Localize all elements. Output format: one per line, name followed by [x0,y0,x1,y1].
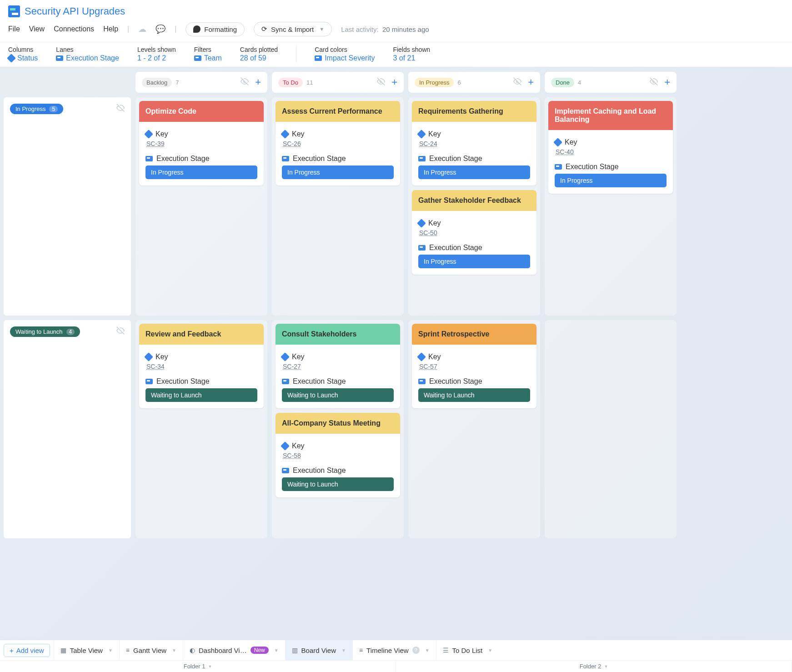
cloud-icon[interactable]: ☁ [138,24,146,34]
diamond-icon [417,130,426,139]
add-card-icon[interactable]: + [664,76,670,88]
diamond-icon [7,54,16,63]
eye-off-icon[interactable] [650,77,658,87]
card-title: Optimize Code [139,101,264,122]
view-tab[interactable]: ▦ Table View▼ [54,640,119,644]
column-body[interactable]: Review and Feedback Key SC-34 Execution … [135,320,267,538]
diamond-icon [417,352,426,361]
column-body[interactable]: Optimize Code Key SC-39 Execution Stage … [135,97,267,316]
card-field-key-label: Key [282,130,394,138]
menu-file[interactable]: File [8,25,20,33]
kanban-card[interactable]: All-Company Status Meeting Key SC-58 Exe… [276,413,400,497]
eye-off-icon[interactable] [241,77,249,87]
lane-pill[interactable]: Waiting to Launch 4 [10,326,80,337]
rect-icon [145,379,153,384]
view-tab[interactable]: ☰ To Do List▼ [436,640,499,644]
column-body[interactable]: Implement Caching and Load Balancing Key… [545,97,677,316]
formatting-button[interactable]: Formatting [185,22,245,36]
rect-icon [145,156,153,161]
card-key-value[interactable]: SC-26 [283,140,301,147]
view-tab[interactable]: ≡ Gantt View▼ [119,640,183,644]
column-body[interactable]: Requirements Gathering Key SC-24 Executi… [408,97,540,316]
rect-icon [282,468,289,473]
view-tab[interactable]: ◐ Dashboard Vi…New▼ [183,640,285,644]
rect-icon [194,55,201,61]
card-field-key-label: Key [145,353,257,361]
page-title: Security API Upgrades [25,5,125,17]
card-title: Implement Caching and Load Balancing [548,101,673,130]
column-header: Backlog 7 + [135,72,267,93]
card-key-value[interactable]: SC-57 [419,363,437,370]
card-field-stage-label: Execution Stage [418,244,530,252]
add-card-icon[interactable]: + [528,76,534,88]
card-stage-badge: In Progress [418,165,530,179]
kanban-card[interactable]: Gather Stakeholder Feedback Key SC-50 Ex… [412,190,536,275]
kanban-card[interactable]: Consult Stakeholders Key SC-27 Execution… [276,324,400,408]
view-tab[interactable]: ▥ Board View▼ [285,640,352,644]
view-tab[interactable]: ≡ Timeline View?▼ [352,640,436,644]
menu-help[interactable]: Help [103,25,118,33]
card-field-stage-label: Execution Stage [282,155,394,163]
card-key-value[interactable]: SC-40 [556,148,574,155]
column-body[interactable]: Assess Current Performance Key SC-26 Exe… [272,97,404,316]
comment-icon[interactable]: 💬 [155,24,165,34]
kanban-card[interactable]: Review and Feedback Key SC-34 Execution … [139,324,264,408]
card-title: Review and Feedback [139,324,264,345]
column-badge: In Progress [415,78,454,87]
lane-count: 4 [66,329,75,335]
card-key-value[interactable]: SC-24 [419,140,437,147]
eye-off-icon[interactable] [377,77,385,87]
kanban-card[interactable]: Implement Caching and Load Balancing Key… [548,101,673,194]
column-badge: Backlog [142,78,172,87]
card-stage-badge: In Progress [145,165,257,179]
filter-fields[interactable]: Fields shown 3 of 21 [393,46,430,62]
add-view-button[interactable]: + Add view [4,644,50,644]
eye-off-icon[interactable] [116,104,125,114]
card-field-key-label: Key [555,138,667,146]
card-key-value[interactable]: SC-39 [146,140,165,147]
card-stage-badge: In Progress [555,174,667,187]
filter-lanes[interactable]: Lanes Execution Stage [56,46,119,62]
eye-off-icon[interactable] [513,77,521,87]
sync-import-button[interactable]: ⟳ Sync & Import ▼ [254,22,332,36]
kanban-card[interactable]: Optimize Code Key SC-39 Execution Stage … [139,101,264,186]
filter-colors[interactable]: Card colors Impact Severity [315,46,375,62]
diamond-icon [144,130,153,139]
add-card-icon[interactable]: + [391,76,397,88]
chevron-down-icon: ▼ [319,26,324,32]
filter-cards[interactable]: Cards plotted 28 of 59 [240,46,278,62]
card-title: Sprint Retrospective [412,324,536,345]
kanban-card[interactable]: Sprint Retrospective Key SC-57 Execution… [412,324,536,408]
lane-pill[interactable]: In Progress 5 [10,104,63,114]
card-field-key-label: Key [418,219,530,227]
filter-levels[interactable]: Levels shown 1 - 2 of 2 [137,46,176,62]
menu-view[interactable]: View [29,25,45,33]
filter-columns[interactable]: Columns Status [8,46,38,62]
card-key-value[interactable]: SC-50 [419,229,437,236]
lane-count: 5 [49,106,58,112]
filter-filters[interactable]: Filters Team [194,46,222,62]
rect-icon [418,156,426,161]
column-header: In Progress 6 + [408,72,540,93]
kanban-card[interactable]: Assess Current Performance Key SC-26 Exe… [276,101,400,186]
eye-off-icon[interactable] [116,326,125,336]
card-stage-badge: Waiting to Launch [282,477,394,491]
lane-header: Waiting to Launch 4 [4,320,131,538]
column-body[interactable]: Consult Stakeholders Key SC-27 Execution… [272,320,404,538]
card-field-key-label: Key [418,130,530,138]
column-body[interactable]: Sprint Retrospective Key SC-57 Execution… [408,320,540,538]
add-card-icon[interactable]: + [255,76,261,88]
column-count: 6 [457,79,461,86]
card-key-value[interactable]: SC-58 [283,452,301,459]
card-field-stage-label: Execution Stage [418,377,530,386]
kanban-card[interactable]: Requirements Gathering Key SC-24 Executi… [412,101,536,186]
card-key-value[interactable]: SC-27 [283,363,301,370]
column-body[interactable] [545,320,677,538]
app-logo[interactable] [8,5,20,17]
lane-header: In Progress 5 [4,97,131,316]
card-key-value[interactable]: SC-34 [146,363,165,370]
card-field-stage-label: Execution Stage [418,155,530,163]
diamond-icon [281,441,290,451]
menu-connections[interactable]: Connections [54,25,94,33]
diamond-icon [281,130,290,139]
